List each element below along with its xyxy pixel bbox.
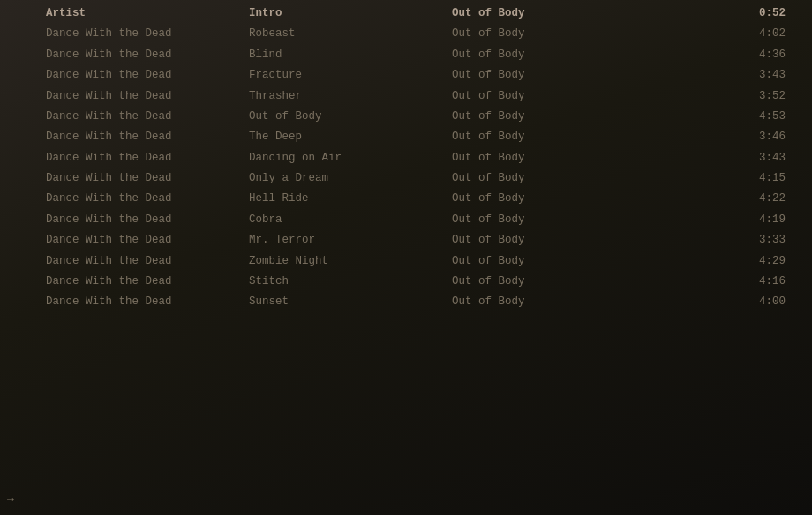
track-artist: Dance With the Dead xyxy=(46,108,249,125)
track-artist: Dance With the Dead xyxy=(46,212,249,228)
track-artist: Dance With the Dead xyxy=(46,150,249,167)
track-album: Out of Body xyxy=(452,190,646,207)
track-title: Hell Ride xyxy=(249,190,452,207)
table-row[interactable]: Dance With the DeadOnly a DreamOut of Bo… xyxy=(0,168,812,189)
table-row[interactable]: Dance With the DeadOut of BodyOut of Bod… xyxy=(0,107,812,127)
track-duration: 3:52 xyxy=(646,88,794,105)
track-artist: Dance With the Dead xyxy=(46,26,249,42)
track-artist: Dance With the Dead xyxy=(46,170,249,187)
track-artist: Dance With the Dead xyxy=(46,88,249,105)
track-album: Out of Body xyxy=(452,88,646,105)
track-duration: 4:15 xyxy=(646,170,794,187)
header-artist: Artist xyxy=(46,5,249,22)
track-duration: 4:00 xyxy=(646,294,794,310)
track-artist: Dance With the Dead xyxy=(46,232,249,249)
track-title: Stitch xyxy=(249,273,452,290)
table-row[interactable]: Dance With the DeadHell RideOut of Body4… xyxy=(0,189,812,209)
track-artist: Dance With the Dead xyxy=(46,253,249,270)
table-row[interactable]: Dance With the DeadSunsetOut of Body4:00 xyxy=(0,292,812,312)
track-duration: 4:53 xyxy=(646,108,794,125)
header-duration: 0:52 xyxy=(646,5,794,22)
track-list: Artist Intro Out of Body 0:52 Dance With… xyxy=(0,0,812,317)
track-artist: Dance With the Dead xyxy=(46,47,249,63)
header-album: Out of Body xyxy=(452,5,646,22)
track-album: Out of Body xyxy=(452,47,646,63)
track-artist: Dance With the Dead xyxy=(46,294,249,310)
track-title: Dancing on Air xyxy=(249,150,452,167)
track-album: Out of Body xyxy=(452,67,646,84)
track-album: Out of Body xyxy=(452,232,646,249)
track-duration: 3:43 xyxy=(646,150,794,167)
track-album: Out of Body xyxy=(452,253,646,270)
track-album: Out of Body xyxy=(452,150,646,167)
table-row[interactable]: Dance With the DeadZombie NightOut of Bo… xyxy=(0,251,812,272)
table-row[interactable]: Dance With the DeadCobraOut of Body4:19 xyxy=(0,210,812,230)
track-album: Out of Body xyxy=(452,294,646,310)
track-list-header: Artist Intro Out of Body 0:52 xyxy=(0,4,812,24)
arrow-indicator: → xyxy=(7,493,14,506)
track-artist: Dance With the Dead xyxy=(46,273,249,290)
table-row[interactable]: Dance With the DeadThe DeepOut of Body3:… xyxy=(0,127,812,147)
track-duration: 4:22 xyxy=(646,190,794,207)
track-duration: 3:33 xyxy=(646,232,794,249)
track-title: Robeast xyxy=(249,26,452,42)
track-title: Mr. Terror xyxy=(249,232,452,249)
track-duration: 3:46 xyxy=(646,129,794,146)
track-title: Blind xyxy=(249,47,452,63)
track-album: Out of Body xyxy=(452,212,646,228)
track-title: Zombie Night xyxy=(249,253,452,270)
table-row[interactable]: Dance With the DeadMr. TerrorOut of Body… xyxy=(0,230,812,250)
track-duration: 4:16 xyxy=(646,273,794,290)
table-row[interactable]: Dance With the DeadFractureOut of Body3:… xyxy=(0,65,812,86)
track-artist: Dance With the Dead xyxy=(46,67,249,84)
track-artist: Dance With the Dead xyxy=(46,129,249,146)
track-duration: 4:19 xyxy=(646,212,794,228)
track-duration: 4:29 xyxy=(646,253,794,270)
track-album: Out of Body xyxy=(452,108,646,125)
table-row[interactable]: Dance With the DeadThrasherOut of Body3:… xyxy=(0,86,812,107)
track-duration: 4:36 xyxy=(646,47,794,63)
track-title: Cobra xyxy=(249,212,452,228)
table-row[interactable]: Dance With the DeadDancing on AirOut of … xyxy=(0,148,812,168)
track-title: The Deep xyxy=(249,129,452,146)
track-duration: 4:02 xyxy=(646,26,794,42)
table-row[interactable]: Dance With the DeadBlindOut of Body4:36 xyxy=(0,45,812,65)
track-album: Out of Body xyxy=(452,26,646,42)
track-album: Out of Body xyxy=(452,170,646,187)
track-duration: 3:43 xyxy=(646,67,794,84)
header-title: Intro xyxy=(249,5,452,22)
track-title: Only a Dream xyxy=(249,170,452,187)
track-album: Out of Body xyxy=(452,273,646,290)
track-title: Fracture xyxy=(249,67,452,84)
table-row[interactable]: Dance With the DeadStitchOut of Body4:16 xyxy=(0,272,812,292)
track-artist: Dance With the Dead xyxy=(46,190,249,207)
table-row[interactable]: Dance With the DeadRobeastOut of Body4:0… xyxy=(0,24,812,44)
track-title: Sunset xyxy=(249,294,452,310)
track-title: Thrasher xyxy=(249,88,452,105)
track-album: Out of Body xyxy=(452,129,646,146)
track-title: Out of Body xyxy=(249,108,452,125)
